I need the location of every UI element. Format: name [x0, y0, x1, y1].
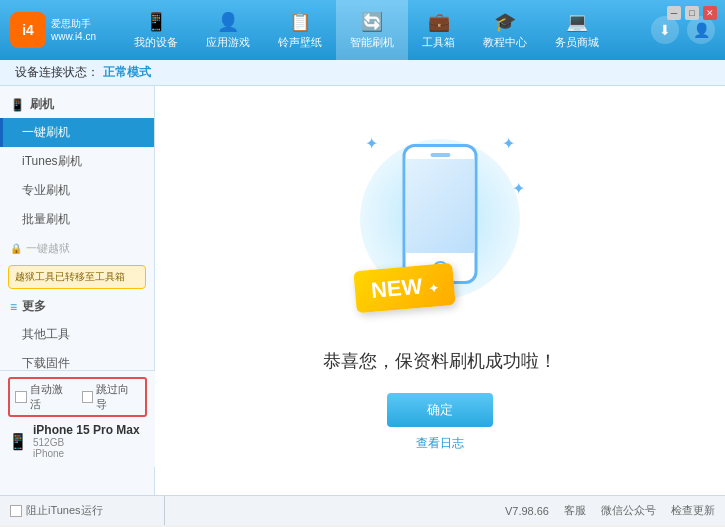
business-icon: 💻	[566, 11, 588, 33]
flash-section-header: 📱 刷机	[0, 91, 154, 118]
bottom-right: V7.98.66 客服 微信公众号 检查更新	[180, 503, 715, 518]
sidebar: 📱 刷机 一键刷机 iTunes刷机 专业刷机 批量刷机 🔒 一键越狱 越狱工具…	[0, 86, 155, 495]
nav-tab-business[interactable]: 💻 务员商城	[541, 0, 613, 60]
nav-tab-my-device[interactable]: 📱 我的设备	[120, 0, 192, 60]
sidebar-item-batch-flash[interactable]: 批量刷机	[0, 205, 154, 234]
more-section-icon: ≡	[10, 300, 17, 314]
new-badge-text: NEW	[370, 274, 423, 303]
logo-text: 爱思助手 www.i4.cn	[51, 17, 96, 43]
nav-tab-ringtones[interactable]: 📋 铃声壁纸	[264, 0, 336, 60]
sidebar-item-other-tools[interactable]: 其他工具	[0, 320, 154, 349]
itunes-checkbox[interactable]	[10, 505, 22, 517]
nav-tab-tools[interactable]: 💼 工具箱	[408, 0, 469, 60]
itunes-label: 阻止iTunes运行	[26, 503, 103, 518]
sparkle-1: ✦	[365, 134, 378, 153]
nav-tab-apps-label: 应用游戏	[206, 35, 250, 50]
close-button[interactable]: ✕	[703, 6, 717, 20]
more-section-header: ≡ 更多	[0, 293, 154, 320]
itunes-flash-label: iTunes刷机	[22, 154, 82, 168]
nav-tabs: 📱 我的设备 👤 应用游戏 📋 铃声壁纸 🔄 智能刷机 💼 工具箱 🎓 教程中心…	[120, 0, 651, 60]
device-storage: 512GB	[33, 437, 140, 448]
sub-header: 设备连接状态： 正常模式	[0, 60, 725, 86]
header: i4 爱思助手 www.i4.cn 📱 我的设备 👤 应用游戏 📋 铃声壁纸 🔄…	[0, 0, 725, 60]
tutorials-icon: 🎓	[494, 11, 516, 33]
smart-flash-icon: 🔄	[361, 11, 383, 33]
sidebar-item-one-key-flash[interactable]: 一键刷机	[0, 118, 154, 147]
minimize-button[interactable]: ─	[667, 6, 681, 20]
header-right: ⬇ 👤	[651, 16, 715, 44]
device-type: iPhone	[33, 448, 140, 459]
sidebar-item-itunes-flash[interactable]: iTunes刷机	[0, 147, 154, 176]
sidebar-item-pro-flash[interactable]: 专业刷机	[0, 176, 154, 205]
customer-service-link[interactable]: 客服	[564, 503, 586, 518]
logo: i4 爱思助手 www.i4.cn	[10, 12, 100, 48]
more-section-label: 更多	[22, 298, 46, 315]
flash-section-icon: 📱	[10, 98, 25, 112]
user-button[interactable]: 👤	[687, 16, 715, 44]
phone-illustration: NEW ✦ ✦ ✦ ✦	[350, 129, 530, 329]
phone-screen	[406, 159, 475, 253]
nav-tab-apps-games[interactable]: 👤 应用游戏	[192, 0, 264, 60]
guided-setup-checkbox-item[interactable]: 跳过向导	[82, 382, 141, 412]
flash-section-label: 刷机	[30, 96, 54, 113]
ringtones-icon: 📋	[289, 11, 311, 33]
wechat-link[interactable]: 微信公众号	[601, 503, 656, 518]
device-info: iPhone 15 Pro Max 512GB iPhone	[33, 423, 140, 459]
nav-tab-smart-flash-label: 智能刷机	[350, 35, 394, 50]
nav-tab-tutorials[interactable]: 🎓 教程中心	[469, 0, 541, 60]
download-button[interactable]: ⬇	[651, 16, 679, 44]
notice-text: 越狱工具已转移至工具箱	[15, 271, 125, 282]
app-title: 爱思助手	[51, 17, 96, 30]
log-link[interactable]: 查看日志	[416, 435, 464, 452]
nav-tab-business-label: 务员商城	[555, 35, 599, 50]
download-firmware-label: 下载固件	[22, 356, 70, 370]
log-link-text: 查看日志	[416, 436, 464, 450]
device-name: iPhone 15 Pro Max	[33, 423, 140, 437]
phone-speaker	[430, 153, 450, 157]
nav-tab-tutorials-label: 教程中心	[483, 35, 527, 50]
auto-activate-checkbox[interactable]	[15, 391, 27, 403]
app-url: www.i4.cn	[51, 30, 96, 43]
content-area: NEW ✦ ✦ ✦ ✦ 恭喜您，保资料刷机成功啦！ 确定 查看日志	[155, 86, 725, 495]
guided-setup-checkbox[interactable]	[82, 391, 94, 403]
logo-icon: i4	[10, 12, 46, 48]
pro-flash-label: 专业刷机	[22, 183, 70, 197]
auto-activate-checkbox-item[interactable]: 自动激活	[15, 382, 74, 412]
status-label: 设备连接状态：	[15, 64, 99, 81]
sparkle-3: ✦	[512, 179, 525, 198]
one-key-flash-label: 一键刷机	[22, 125, 70, 139]
success-message: 恭喜您，保资料刷机成功啦！	[323, 351, 557, 371]
sparkle-2: ✦	[502, 134, 515, 153]
check-update-link[interactable]: 检查更新	[671, 503, 715, 518]
jailbreak-notice: 越狱工具已转移至工具箱	[8, 265, 146, 289]
confirm-btn-label: 确定	[427, 402, 453, 417]
apps-games-icon: 👤	[217, 11, 239, 33]
guided-setup-label: 跳过向导	[96, 382, 140, 412]
jailbreak-section: 🔒 一键越狱	[0, 236, 154, 261]
version-label: V7.98.66	[505, 505, 549, 517]
success-text: 恭喜您，保资料刷机成功啦！	[323, 349, 557, 373]
status-value: 正常模式	[103, 64, 151, 81]
main-layout: 📱 刷机 一键刷机 iTunes刷机 专业刷机 批量刷机 🔒 一键越狱 越狱工具…	[0, 86, 725, 495]
nav-tab-smart-flash[interactable]: 🔄 智能刷机	[336, 0, 408, 60]
nav-tab-ringtones-label: 铃声壁纸	[278, 35, 322, 50]
nav-tab-my-device-label: 我的设备	[134, 35, 178, 50]
flash-section: 📱 刷机 一键刷机 iTunes刷机 专业刷机 批量刷机	[0, 91, 154, 234]
tools-icon: 💼	[428, 11, 450, 33]
auto-activate-label: 自动激活	[30, 382, 74, 412]
other-tools-label: 其他工具	[22, 327, 70, 341]
jailbreak-label: 一键越狱	[26, 241, 70, 256]
nav-tab-tools-label: 工具箱	[422, 35, 455, 50]
batch-flash-label: 批量刷机	[22, 212, 70, 226]
maximize-button[interactable]: □	[685, 6, 699, 20]
bottom-bar: 阻止iTunes运行 V7.98.66 客服 微信公众号 检查更新	[0, 495, 725, 525]
lock-icon: 🔒	[10, 243, 22, 254]
device-icon: 📱	[8, 432, 28, 451]
confirm-button[interactable]: 确定	[387, 393, 493, 427]
new-badge: NEW ✦	[353, 263, 456, 314]
my-device-icon: 📱	[145, 11, 167, 33]
